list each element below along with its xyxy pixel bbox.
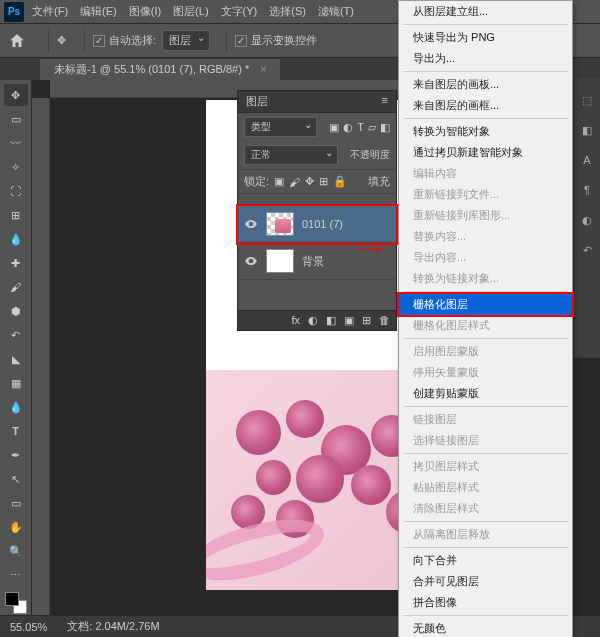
fx-icon[interactable]: fx [291,314,300,327]
tool-type[interactable]: T [4,420,28,442]
tool-pen[interactable]: ✒ [4,444,28,466]
context-item[interactable]: 拼合图像 [399,592,572,613]
annotation-arrow: → [350,236,392,262]
lock-all-icon[interactable]: 🔒 [333,175,347,188]
layers-tab[interactable]: 图层 [246,94,268,109]
layer-thumb [266,212,294,236]
tool-marquee[interactable]: ▭ [4,108,28,130]
tool-history[interactable]: ↶ [4,324,28,346]
context-item: 重新链接到文件... [399,184,572,205]
context-item: 链接图层 [399,409,572,430]
adjust-icon[interactable]: ◧ [326,314,336,327]
panel-icon[interactable]: ⬚ [579,92,595,108]
context-item[interactable]: 向下合并 [399,550,572,571]
lock-position-icon[interactable]: ✥ [305,175,314,188]
tool-crop[interactable]: ⛶ [4,180,28,202]
tool-stamp[interactable]: ⬢ [4,300,28,322]
filter-image-icon[interactable]: ▣ [329,121,339,134]
context-item: 栅格化图层样式 [399,315,572,336]
image-content [206,370,426,590]
panel-icon[interactable]: ◧ [579,122,595,138]
mask-icon[interactable]: ◐ [308,314,318,327]
tool-heal[interactable]: ✚ [4,252,28,274]
filter-adjust-icon[interactable]: ◐ [343,121,353,134]
delete-icon[interactable]: 🗑 [379,314,390,327]
lock-artboard-icon[interactable]: ⊞ [319,175,328,188]
filter-smart-icon[interactable]: ◧ [380,121,390,134]
context-item: 转换为链接对象... [399,268,572,289]
opacity-label: 不透明度 [350,148,390,162]
menu-select[interactable]: 选择(S) [269,4,306,19]
menu-layer[interactable]: 图层(L) [173,4,208,19]
fill-label: 填充 [368,174,390,189]
context-item[interactable]: 从图层建立组... [399,1,572,22]
menu-type[interactable]: 文字(Y) [221,4,258,19]
panel-icon[interactable]: A [579,152,595,168]
layer-name[interactable]: 0101 (7) [302,218,343,230]
tab-title: 未标题-1 @ 55.1% (0101 (7), RGB/8#) * [54,63,249,75]
home-icon[interactable] [8,32,26,50]
menu-edit[interactable]: 编辑(E) [80,4,117,19]
context-item[interactable]: 导出为... [399,48,572,69]
toolbar: ✥ ▭ 〰 ✧ ⛶ ⊞ 💧 ✚ 🖌 ⬢ ↶ ◣ ▦ 💧 T ✒ ↖ ▭ ✋ 🔍 … [0,80,32,615]
context-item: 粘贴图层样式 [399,477,572,498]
new-layer-icon[interactable]: ⊞ [362,314,371,327]
collapsed-panels: ⬚ ◧ A ¶ ◐ ↶ [573,78,600,358]
context-item[interactable]: 来自图层的画板... [399,74,572,95]
show-transform-checkbox[interactable] [235,35,247,47]
tool-eraser[interactable]: ◣ [4,348,28,370]
context-item[interactable]: 转换为智能对象 [399,121,572,142]
blend-mode[interactable]: 正常 [244,145,338,165]
filter-shape-icon[interactable]: ▱ [368,121,376,134]
tool-hand[interactable]: ✋ [4,516,28,538]
layers-panel: 图层≡ 类型 ▣ ◐ T ▱ ◧ 正常 不透明度 锁定: ▣ 🖌 ✥ ⊞ 🔒 填… [237,90,397,331]
context-menu: 从图层建立组...快速导出为 PNG导出为...来自图层的画板...来自图层的画… [398,0,573,637]
auto-select-checkbox[interactable] [93,35,105,47]
panel-icon[interactable]: ◐ [579,212,595,228]
tool-shape[interactable]: ▭ [4,492,28,514]
context-item: 启用图层蒙版 [399,341,572,362]
zoom-value[interactable]: 55.05% [10,621,47,633]
context-item: 拷贝图层样式 [399,456,572,477]
context-item[interactable]: 通过拷贝新建智能对象 [399,142,572,163]
context-item[interactable]: 来自图层的画框... [399,95,572,116]
lock-pixels-icon[interactable]: ▣ [274,175,284,188]
lock-brush-icon[interactable]: 🖌 [289,176,300,188]
filter-type-icon[interactable]: T [357,121,364,133]
tool-lasso[interactable]: 〰 [4,132,28,154]
tool-edit-toolbar[interactable]: ⋯ [4,564,28,586]
document-tab[interactable]: 未标题-1 @ 55.1% (0101 (7), RGB/8#) * × [40,59,280,80]
fgbg-swatch[interactable] [5,592,27,614]
filter-kind[interactable]: 类型 [244,117,317,137]
context-item[interactable]: 栅格化图层 [399,294,572,315]
panel-icon[interactable]: ↶ [579,242,595,258]
visibility-icon[interactable] [244,254,258,268]
context-item: 导出内容... [399,247,572,268]
context-item: 清除图层样式 [399,498,572,519]
tool-frame[interactable]: ⊞ [4,204,28,226]
tool-gradient[interactable]: ▦ [4,372,28,394]
tool-zoom[interactable]: 🔍 [4,540,28,562]
ps-logo: Ps [4,2,24,22]
panel-icon[interactable]: ¶ [579,182,595,198]
context-item: 替换内容... [399,226,572,247]
menu-image[interactable]: 图像(I) [129,4,161,19]
tool-wand[interactable]: ✧ [4,156,28,178]
menu-file[interactable]: 文件(F) [32,4,68,19]
context-item[interactable]: 无颜色 [399,618,572,637]
layer-name[interactable]: 背景 [302,254,324,269]
context-item[interactable]: 合并可见图层 [399,571,572,592]
tool-brush[interactable]: 🖌 [4,276,28,298]
tool-eyedropper[interactable]: 💧 [4,228,28,250]
visibility-icon[interactable] [244,217,258,231]
tab-close-icon[interactable]: × [260,63,266,75]
auto-select-dropdown[interactable]: 图层 [162,30,210,51]
menu-filter[interactable]: 滤镜(T) [318,4,354,19]
group-icon[interactable]: ▣ [344,314,354,327]
panel-menu-icon[interactable]: ≡ [382,94,388,109]
tool-move[interactable]: ✥ [4,84,28,106]
context-item[interactable]: 快速导出为 PNG [399,27,572,48]
tool-blur[interactable]: 💧 [4,396,28,418]
context-item[interactable]: 创建剪贴蒙版 [399,383,572,404]
tool-path[interactable]: ↖ [4,468,28,490]
